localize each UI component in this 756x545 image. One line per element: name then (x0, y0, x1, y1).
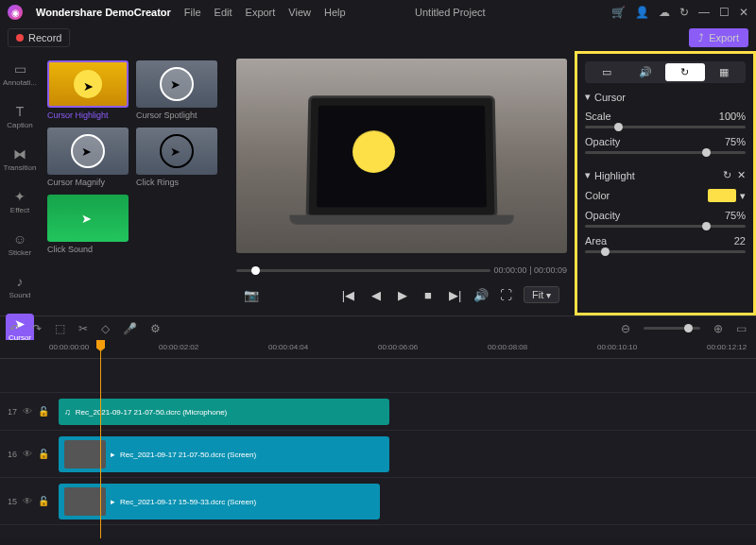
volume-icon[interactable]: 🔊 (473, 288, 489, 302)
video-clip[interactable]: ▸Rec_2021-09-17 21-07-50.dcrc (Screen) (59, 436, 389, 472)
play-button[interactable]: ▶ (398, 288, 407, 302)
area-value: 22 (734, 235, 746, 247)
cart-icon[interactable]: 🛒 (611, 6, 626, 19)
record-button[interactable]: Record (8, 28, 70, 47)
effect-cursor-highlight[interactable]: ➤Cursor Highlight (47, 60, 129, 120)
next-button[interactable]: ▶| (449, 288, 461, 302)
sidebar-sticker[interactable]: ☺Sticker (6, 229, 34, 260)
eye-icon[interactable]: 👁 (23, 496, 32, 506)
ruler-tick: 00:00:10:10 (597, 343, 637, 351)
opacity-slider[interactable] (585, 151, 746, 154)
record-dot-icon (16, 34, 24, 42)
menu-export[interactable]: Export (246, 7, 276, 18)
effect-cursor-magnify[interactable]: ➤Cursor Magnify (47, 128, 129, 187)
undo-icon[interactable]: ↶ (9, 322, 19, 335)
zoom-slider[interactable] (644, 327, 700, 330)
cursor-pointer-icon: ➤ (170, 145, 180, 159)
timeline-playhead[interactable] (100, 340, 101, 538)
menu-edit[interactable]: Edit (215, 7, 232, 18)
screen-icon: ▸ (111, 450, 115, 459)
tab-audio-icon[interactable]: 🔊 (627, 63, 666, 81)
snapshot-icon[interactable]: 📷 (244, 288, 259, 302)
effect-click-sound[interactable]: ➤Click Sound (47, 195, 129, 254)
eye-icon[interactable]: 👁 (23, 449, 32, 459)
audio-clip[interactable]: ♫Rec_2021-09-17 21-07-50.dcrc (Microphon… (59, 399, 389, 425)
highlight-opacity-value: 75% (725, 210, 746, 221)
sidebar-transition[interactable]: ⧓Transition (1, 144, 40, 175)
sidebar-annotation[interactable]: ▭Annotati... (0, 59, 40, 90)
fullscreen-icon[interactable]: ⛶ (500, 288, 512, 302)
minimize-icon[interactable]: — (698, 6, 710, 19)
tab-video-icon[interactable]: ▭ (587, 63, 627, 81)
prev-button[interactable]: |◀ (342, 288, 354, 302)
settings-icon[interactable]: ⚙ (150, 322, 161, 335)
timeline-ruler[interactable]: 00:00:00:00 00:00:02:02 00:00:04:04 00:0… (0, 340, 756, 359)
stop-button[interactable]: ■ (424, 288, 432, 302)
split-icon[interactable]: ✂ (78, 322, 88, 335)
ruler-tick: 00:00:02:02 (159, 343, 198, 351)
sticker-icon: ☺ (13, 231, 26, 247)
zoom-in-icon[interactable]: ⊕ (713, 322, 723, 335)
scrubber-playhead[interactable] (251, 266, 260, 275)
highlight-opacity-label: Opacity (585, 210, 620, 221)
chevron-down-icon[interactable]: ▾ (740, 190, 746, 202)
tab-cursor-icon[interactable]: ↻ (665, 63, 705, 81)
close-section-icon[interactable]: ✕ (737, 169, 746, 181)
track-row: 16👁🔓 ▸Rec_2021-09-17 21-07-50.dcrc (Scre… (0, 431, 756, 478)
preview-scrubber[interactable] (236, 269, 490, 272)
video-clip[interactable]: ▸Rec_2021-09-17 15-59-33.dcrc (Screen) (59, 484, 380, 519)
reset-icon[interactable]: ↻ (723, 169, 731, 181)
color-swatch[interactable] (708, 189, 736, 202)
lock-icon[interactable]: 🔓 (38, 496, 49, 506)
zoom-fit-icon[interactable]: ▭ (736, 322, 747, 335)
left-sidebar: ▭Annotati... TCaption ⧓Transition ✦Effec… (0, 51, 40, 315)
timeline-toolbar: ↶ ↷ ⬚ ✂ ◇ 🎤 ⚙ ⊖ ⊕ ▭ (0, 315, 756, 340)
lock-icon[interactable]: 🔓 (38, 406, 49, 417)
track-row: 15👁🔓 ▸Rec_2021-09-17 15-59-33.dcrc (Scre… (0, 478, 756, 525)
cloud-icon[interactable]: ☁ (659, 6, 670, 19)
chevron-down-icon[interactable]: ▾ (585, 91, 591, 103)
refresh-icon[interactable]: ↻ (679, 6, 689, 19)
record-label: Record (28, 32, 61, 43)
screen-icon: ▸ (111, 497, 115, 506)
preview-viewport[interactable] (236, 59, 567, 253)
sidebar-sound[interactable]: ♪Sound (6, 271, 33, 302)
effect-click-rings[interactable]: ➤Click Rings (136, 128, 217, 187)
effect-cursor-spotlight[interactable]: ➤Cursor Spotlight (136, 60, 217, 120)
properties-panel: ▭ 🔊 ↻ ▦ ▾Cursor Scale100% Opacity75% ▾Hi… (575, 51, 756, 315)
eye-icon[interactable]: 👁 (23, 406, 32, 417)
sidebar-caption[interactable]: TCaption (4, 101, 36, 132)
clip-label: Rec_2021-09-17 21-07-50.dcrc (Screen) (120, 451, 256, 459)
lock-icon[interactable]: 🔓 (38, 449, 49, 459)
close-icon[interactable]: ✕ (739, 6, 748, 19)
highlight-section-title: Highlight (594, 170, 635, 181)
cursor-pointer-icon: ➤ (170, 77, 180, 92)
app-name: Wondershare DemoCreator (36, 7, 171, 18)
marker-icon[interactable]: ◇ (101, 322, 110, 335)
tab-other-icon[interactable]: ▦ (705, 63, 745, 81)
mic-icon[interactable]: 🎤 (123, 322, 137, 335)
scale-slider[interactable] (585, 126, 746, 128)
caption-icon: T (16, 104, 25, 119)
highlight-opacity-slider[interactable] (585, 225, 746, 228)
user-icon[interactable]: 👤 (635, 6, 649, 19)
menu-file[interactable]: File (184, 7, 201, 18)
redo-icon[interactable]: ↷ (32, 322, 42, 335)
zoom-out-icon[interactable]: ⊖ (621, 322, 630, 335)
cursor-section-title: Cursor (594, 92, 626, 103)
sidebar-effect[interactable]: ✦Effect (8, 186, 32, 217)
crop-icon[interactable]: ⬚ (55, 322, 65, 335)
maximize-icon[interactable]: ☐ (719, 6, 730, 19)
chevron-down-icon[interactable]: ▾ (585, 169, 591, 181)
area-slider[interactable] (585, 250, 746, 253)
titlebar: ◉ Wondershare DemoCreator File Edit Expo… (0, 0, 756, 25)
color-label: Color (585, 190, 610, 201)
clip-label: Rec_2021-09-17 15-59-33.dcrc (Screen) (120, 498, 256, 506)
opacity-label: Opacity (585, 136, 620, 147)
fit-select[interactable]: Fit ▾ (524, 286, 559, 303)
ruler-tick: 00:00:08:08 (488, 343, 527, 351)
property-tabs: ▭ 🔊 ↻ ▦ (585, 61, 746, 83)
step-back-button[interactable]: ◀ (371, 288, 381, 302)
track-number: 15 (8, 497, 17, 506)
export-button[interactable]: ⤴ Export (689, 28, 748, 47)
